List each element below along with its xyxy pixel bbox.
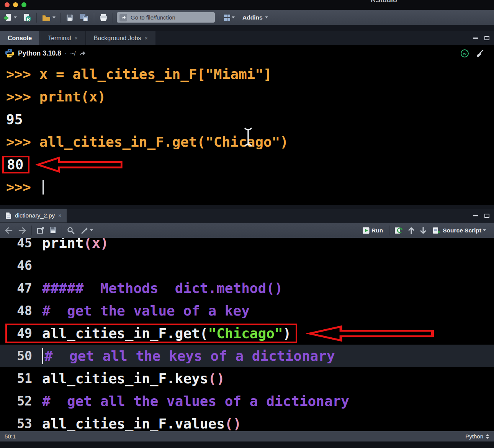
addins-button[interactable]: Addins [240,13,269,22]
forward-icon[interactable] [18,227,26,234]
go-next-section-icon[interactable] [420,227,427,234]
cursor-position[interactable]: 50:1 [5,433,16,440]
minimize-pane-icon[interactable] [473,215,478,216]
spinner-arrows-icon [486,434,489,439]
editor-line-50: 50# get all the keys of a dictionary [0,345,494,367]
window-controls [5,2,26,7]
tab-close-icon[interactable]: × [75,35,78,41]
tab-console[interactable]: Console [0,31,39,45]
toolbar-separator [31,226,32,235]
pane-splitter[interactable] [0,205,494,209]
save-icon[interactable] [49,227,57,234]
line-number: 53 [0,416,38,431]
forward-path-icon[interactable] [79,51,86,56]
code-segment-comment: ##### Methods dict.method() [42,280,283,296]
tab-label: Background Jobs [94,35,141,42]
popout-icon[interactable] [37,227,44,234]
tab-close-icon[interactable]: × [144,35,147,41]
code-segment-string: "Chicago" [208,325,283,341]
window-title: RStudio [371,0,397,4]
goto-file-icon [119,14,127,21]
working-directory: ~/ [70,50,76,57]
open-file-button[interactable] [41,13,57,22]
editor-line-52: 52# get all the values of a dictionary [0,390,494,412]
console-output-value: 95 [6,108,23,131]
save-all-button[interactable] [79,13,90,22]
console-prompt: >>> [6,131,39,153]
new-project-icon: R [23,13,31,22]
language-selector[interactable]: Python [465,433,489,440]
goto-file-placeholder: Go to file/function [131,14,175,21]
chevron-down-icon [483,229,486,231]
line-number: 52 [0,394,38,409]
tab-terminal[interactable]: Terminal× [40,31,85,45]
code-segment-code: all_cities_in_F.keys [42,371,208,386]
toolbar-separator [62,226,62,235]
clear-console-icon[interactable] [476,49,484,57]
toolbar-separator [94,13,94,23]
python-icon [5,48,15,58]
code-text: all_cities_in_F.get("Chicago") [38,325,291,341]
new-file-icon [4,13,12,22]
rstudio-window: RStudio R [0,0,494,448]
goto-file-input[interactable]: Go to file/function [117,12,215,23]
console-prompt: >>> [6,85,39,108]
new-project-button[interactable]: R [22,12,33,23]
line-number: 51 [0,371,38,386]
source-script-button[interactable]: Source Script [432,226,487,235]
tab-background-jobs[interactable]: Background Jobs× [86,31,155,45]
workspace-panes-button[interactable] [223,14,236,21]
line-number: 48 [0,303,38,318]
chevron-down-icon [90,229,93,231]
minimize-button[interactable] [13,2,18,7]
text-cursor [42,348,43,364]
maximize-pane-icon[interactable] [484,214,489,218]
run-button[interactable]: Run [361,226,384,235]
code-tools-button[interactable] [80,226,94,235]
print-icon [99,14,108,21]
console-output-value: 80 [7,153,23,176]
toolbar-separator [36,13,37,23]
close-button[interactable] [5,2,10,7]
console-line: >>> x = all_cities_in_F["Miami"] [6,63,494,85]
runtime-label[interactable]: Python 3.10.8 [18,49,61,57]
code-segment-comment: # get all the keys of a dictionary [44,348,335,364]
maximize-pane-icon[interactable] [484,36,489,40]
print-button[interactable] [98,13,109,22]
save-icon [66,14,74,21]
new-file-button[interactable] [3,12,18,23]
editor-line-51: 51all_cities_in_F.keys() [0,367,494,390]
chevron-down-icon [232,16,235,18]
code-segment-pink: (x) [83,238,108,251]
tab-dictionary-2-py[interactable]: dictionary_2.py × [0,209,67,222]
console-command: print(x) [39,85,106,108]
console-line: >>> [6,176,494,198]
code-segment-code: print [42,238,83,251]
line-number: 45 [0,238,38,250]
ibeam-cursor [242,127,254,149]
reticulate-session-icon[interactable]: ∞ [461,49,469,57]
editor-toolbar: Run [0,222,494,238]
find-icon[interactable] [67,227,75,234]
code-text: # get the value of a key [38,303,250,319]
save-button[interactable] [65,13,75,22]
rerun-icon[interactable] [394,227,403,234]
console-tabs: ConsoleTerminal×Background Jobs× [0,31,155,45]
panes-grid-icon [224,15,230,21]
back-icon[interactable] [5,227,13,234]
go-previous-section-icon[interactable] [408,227,415,234]
editor-line-47: 47##### Methods dict.method() [0,277,494,299]
source-script-icon [433,227,441,234]
zoom-button[interactable] [21,2,26,7]
console-command: x = all_cities_in_F["Miami"] [39,63,272,85]
editor-code[interactable]: 45print(x)4647##### Methods dict.method(… [0,238,494,431]
red-arrow-annotation [36,157,124,173]
toolbar-separator [219,13,219,23]
tab-close-icon[interactable]: × [58,213,61,219]
pane-window-controls [473,31,489,45]
minimize-pane-icon[interactable] [473,38,478,39]
editor-tab-bar: dictionary_2.py × [0,209,494,222]
red-arrow-annotation [306,325,436,342]
code-text: all_cities_in_F.keys() [38,371,225,386]
line-number: 50 [0,348,38,363]
